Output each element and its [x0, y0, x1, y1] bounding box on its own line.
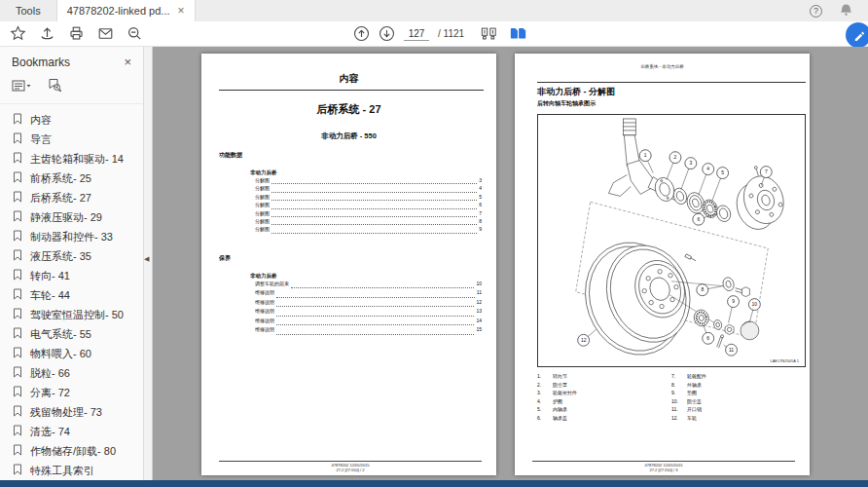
part-number: 4. [537, 397, 553, 406]
bookmark-item[interactable]: 内容 [0, 110, 143, 130]
chapter-subheading: 非动力后桥 - 550 [201, 131, 496, 141]
toc-entry[interactable]: 维修说明15 [255, 325, 482, 335]
zoom-out-icon[interactable] [127, 25, 143, 42]
svg-text:4: 4 [706, 167, 709, 171]
toc-entry[interactable]: 分解图3 [255, 176, 482, 184]
toc-entry[interactable]: 分解图5 [255, 193, 482, 201]
tab-document[interactable]: 47878202-linked pd... × [56, 0, 196, 21]
notifications-bell-icon[interactable] [838, 3, 854, 19]
bookmark-item[interactable]: 转向- 41 [0, 266, 143, 285]
toc-entry[interactable]: 维修说明13 [255, 307, 482, 317]
bookmark-item[interactable]: 静液压驱动- 29 [0, 207, 143, 227]
part-number: 9. [671, 389, 687, 397]
bookmark-item[interactable]: 脱粒- 66 [0, 363, 143, 383]
part-number: 5. [537, 405, 553, 414]
bookmark-item[interactable]: 制动器和控件- 33 [0, 227, 143, 246]
bookmarks-panel: Bookmarks × 内容导言主齿轮箱和驱动- 14前桥系统- 25后桥系统-… [0, 47, 144, 487]
bookmark-item[interactable]: 驾驶室恒温控制- 50 [0, 305, 143, 324]
footer-line-2: 27.2 [27.550] / 3 [532, 468, 795, 472]
bookmark-icon [13, 364, 22, 382]
bookmark-item[interactable]: 作物储存/卸载- 80 [0, 441, 143, 461]
bookmark-item[interactable]: 导言 [0, 130, 143, 149]
toc-rows: 分解图3分解图4分解图5分解图6分解图7分解图8分解图9 [255, 176, 482, 234]
toc-entry[interactable]: 分解图6 [255, 201, 482, 208]
svg-text:7: 7 [765, 169, 768, 174]
bookmarks-close-icon[interactable]: × [124, 55, 131, 69]
bookmark-icon [13, 228, 22, 245]
toolbar-page-nav: 127 / 1121 [353, 25, 526, 42]
toc-entry[interactable]: 维修说明12 [255, 298, 482, 308]
bookmark-item[interactable]: 前桥系统- 25 [0, 169, 143, 188]
toc-sections: 功能数据非动力后桥分解图3分解图4分解图5分解图6分解图7分解图8分解图9保养非… [219, 151, 482, 335]
part-number: 1. [537, 372, 553, 381]
bookmark-item-label: 作物储存/卸载- 80 [30, 444, 116, 459]
tab-tools[interactable]: Tools [0, 0, 56, 21]
toc-entry-label: 维修说明 [255, 288, 274, 298]
part-row: 2.防尘罩 [537, 381, 671, 390]
bookmark-item[interactable]: 液压系统- 35 [0, 246, 143, 266]
toc-dot-leader [271, 215, 477, 217]
print-icon[interactable] [68, 25, 85, 42]
page-footer: 47878202 12/05/2015 27.2 [27.550] / 2 [219, 461, 482, 472]
previous-page-icon[interactable] [353, 25, 370, 42]
bookmark-item[interactable]: 残留物处理- 73 [0, 402, 143, 422]
locate-bookmark-icon[interactable] [47, 78, 62, 96]
toc-entry[interactable]: 分解图7 [255, 209, 482, 217]
share-fab-button[interactable] [846, 22, 868, 48]
toc-entry[interactable]: 调整车轮的前束10 [255, 280, 482, 289]
bookmark-options-icon[interactable] [12, 79, 31, 96]
bookmark-item-label: 内容 [30, 113, 52, 128]
next-page-icon[interactable] [379, 25, 395, 42]
bookmark-icon [13, 150, 22, 168]
page-thumbnails-icon[interactable] [481, 25, 497, 42]
toolbar: 127 / 1121 [0, 21, 868, 47]
bookmark-item-label: 前桥系统- 25 [30, 171, 91, 186]
part-name: 防尘盖 [687, 397, 702, 406]
toc-entry-page: 15 [476, 325, 482, 335]
document-area[interactable]: 内容 后桥系统 - 27 非动力后桥 - 550 功能数据非动力后桥分解图3分解… [153, 47, 868, 487]
toc-dot-leader [271, 223, 477, 225]
bookmark-item[interactable]: 分离- 72 [0, 383, 143, 402]
star-icon[interactable] [10, 25, 26, 42]
share-icon[interactable] [39, 25, 55, 42]
toc-entry[interactable]: 分解图4 [255, 184, 482, 192]
svg-text:9: 9 [732, 299, 735, 304]
toc-section: 保养非动力后桥调整车轮的前束10维修说明11维修说明12维修说明13维修说明14… [219, 254, 482, 335]
part-row: 11.开口销 [671, 405, 806, 414]
part-number: 8. [671, 381, 687, 390]
collapse-panel-icon[interactable]: ◀ [144, 255, 149, 263]
bookmark-item-label: 转向- 41 [30, 269, 70, 283]
bookmark-icon [13, 345, 22, 362]
part-row: 12.车轮 [671, 414, 806, 423]
bookmark-item-label: 车轮- 44 [30, 288, 70, 303]
help-icon[interactable]: ? [810, 5, 822, 18]
toc-dot-leader [276, 315, 474, 317]
svg-text:11: 11 [729, 348, 734, 353]
page-number-input[interactable]: 127 [404, 26, 429, 41]
two-page-view-icon[interactable] [510, 25, 526, 42]
bookmark-item[interactable]: 车轮- 44 [0, 285, 143, 305]
email-icon[interactable] [97, 25, 114, 42]
pdf-viewer-window: Tools 47878202-linked pd... × ? [0, 0, 868, 487]
bookmark-item[interactable]: 清选- 74 [0, 422, 143, 441]
bookmark-item[interactable]: 电气系统- 55 [0, 324, 143, 344]
bookmark-item[interactable]: 特殊工具索引 [0, 461, 143, 480]
bookmark-item[interactable]: 后桥系统- 27 [0, 188, 143, 207]
bookmark-icon [13, 247, 22, 265]
panel-collapse-strip[interactable]: ◀ [144, 47, 153, 487]
bookmark-item[interactable]: 主齿轮箱和驱动- 14 [0, 149, 143, 169]
bookmark-icon [13, 189, 22, 206]
bookmark-item-label: 残留物处理- 73 [30, 405, 102, 420]
tab-close-icon[interactable]: × [178, 4, 185, 18]
svg-text:1: 1 [644, 153, 647, 158]
toc-entry[interactable]: 分解图9 [255, 225, 482, 233]
toc-entry[interactable]: 维修说明11 [255, 288, 482, 298]
svg-text:12: 12 [581, 338, 587, 343]
bookmark-item[interactable]: 物料喂入- 60 [0, 344, 143, 363]
part-name: 车轮 [687, 414, 697, 423]
toc-entry[interactable]: 分解图8 [255, 217, 482, 225]
toc-entry[interactable]: 维修说明14 [255, 317, 482, 326]
title-rule [219, 90, 484, 91]
part-number: 10. [671, 397, 687, 406]
svg-text:6: 6 [697, 217, 700, 222]
